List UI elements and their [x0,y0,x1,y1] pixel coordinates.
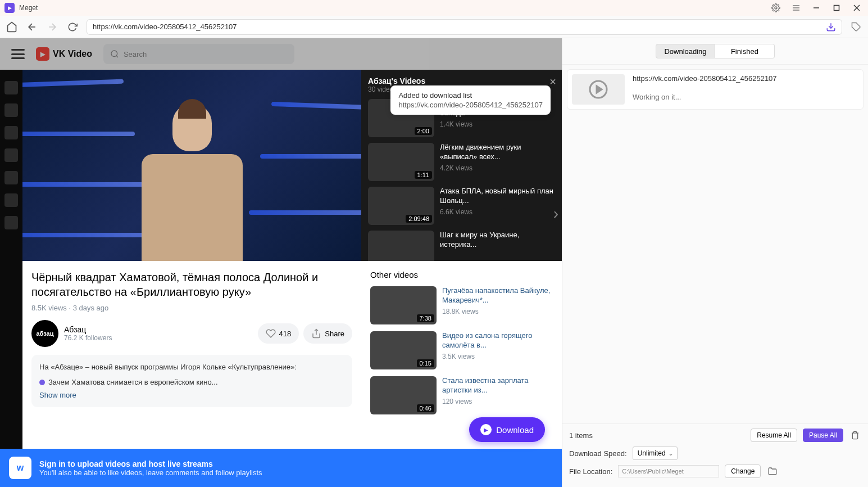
playlist-item-views: 1.4K views [440,120,555,128]
duration-badge: 1:11 [415,171,432,179]
duration-badge: 2:00 [415,127,432,135]
trash-icon[interactable] [849,429,861,441]
change-location-button[interactable]: Change [725,465,761,478]
svg-point-0 [775,7,777,9]
other-video-views: 18.8K views [442,308,553,315]
download-thumbnail [572,74,625,105]
reload-button[interactable] [66,21,79,33]
playlist-item[interactable]: 1:11 Лёгким движением руки «выписал» все… [368,143,555,181]
vk-menu-icon[interactable] [11,49,25,59]
svg-line-12 [116,56,118,57]
rail-icon[interactable] [4,193,18,207]
play-icon [588,79,608,100]
rail-icon[interactable] [4,81,18,94]
home-button[interactable] [6,21,18,33]
other-video-item[interactable]: 7:38 Пугачёва напакостила Вайкуле, Макар… [370,286,553,324]
download-url: https://vk.com/video-205805412_456252107 [633,74,858,83]
speed-select[interactable]: Unlimited [633,447,678,460]
svg-marker-15 [597,86,602,93]
speed-value: Unlimited [638,449,666,457]
tab-finished[interactable]: Finished [715,44,775,58]
duration-badge: 7:38 [417,314,434,322]
channel-followers: 76.2 K followers [64,334,112,342]
toast-title: Added to download list [398,91,543,100]
resume-all-button[interactable]: Resume All [751,429,797,442]
rail-icon[interactable] [4,171,18,184]
heart-icon [266,328,276,339]
duration-badge: 0:46 [417,404,434,412]
playlist-item[interactable]: Шаг к миру на Украине, истерика... [368,231,555,261]
other-video-item[interactable]: 0:15 Видео из салона горящего самолёта в… [370,331,553,369]
hamburger-icon[interactable] [789,2,803,13]
share-icon [311,328,321,339]
download-icon: ▶ [480,424,492,435]
minimize-button[interactable] [810,2,823,13]
chevron-right-icon[interactable]: › [553,205,558,223]
channel-avatar[interactable]: абзац [31,320,58,347]
desc-line: На «Абзаце» – новый выпуск программы Иго… [39,363,344,371]
settings-icon[interactable] [769,2,783,13]
playlist-item[interactable]: 2:09:48 Атака БПЛА, новый мирный план Шо… [368,187,555,225]
download-button[interactable]: ▶ Download [469,417,545,442]
vk-logo[interactable]: ▶ VK Video [36,47,92,61]
toast-url: https://vk.com/video-205805412_456252107 [398,101,543,109]
channel-name[interactable]: Абзац [64,325,112,334]
playlist-thumbnail: 2:09:48 [368,187,434,225]
items-count: 1 items [569,431,593,440]
vk-search-input[interactable]: Search [103,44,294,64]
download-label: Download [496,425,534,435]
vk-badge-icon: w [9,457,31,479]
bullet-icon [39,380,45,385]
download-status: Working on it... [633,93,858,101]
rail-icon[interactable] [4,126,18,139]
rail-icon[interactable] [4,103,18,117]
other-videos-title: Other videos [370,270,553,279]
other-video-title: Видео из салона горящего самолёта в... [442,331,553,350]
location-input[interactable] [618,465,719,477]
rail-icon[interactable] [4,148,18,162]
download-url-icon[interactable] [826,22,836,32]
signin-subtitle: You'll also be able to like videos, leav… [39,468,262,477]
svg-point-11 [111,51,117,57]
close-button[interactable] [850,2,864,13]
svg-rect-5 [834,6,839,11]
duration-badge: 0:15 [417,359,434,367]
pause-all-button[interactable]: Pause All [803,429,843,442]
url-input[interactable]: https://vk.com/video-205805412_456252107 [87,19,842,35]
bookmark-button[interactable] [850,21,862,33]
close-playlist-icon[interactable]: × [549,75,556,88]
playlist-title: Абзац's Videos [368,76,555,85]
desc-line: Зачем Хаматова снимается в европейском к… [48,378,218,386]
playlist-item-views: 4.2K views [440,164,555,172]
share-label: Share [325,330,344,338]
signin-banner: w Sign in to upload videos and host live… [0,449,562,487]
video-description: На «Абзаце» – новый выпуск программы Иго… [31,355,352,407]
playlist-item-title: Атака БПЛА, новый мирный план Шольц... [440,187,555,206]
back-button[interactable] [26,21,38,33]
playlist-item-title: Шаг к миру на Украине, истерика... [440,231,555,250]
url-text: https://vk.com/video-205805412_456252107 [93,22,826,31]
rail-icon[interactable] [4,216,18,229]
folder-icon[interactable] [766,465,779,477]
other-video-item[interactable]: 0:46 Стала известна зарплата артистки из… [370,376,553,414]
search-icon [110,49,119,58]
other-video-title: Пугачёва напакостила Вайкуле, Макаревич*… [442,286,553,305]
share-button[interactable]: Share [303,323,352,344]
like-count: 418 [279,330,292,338]
download-item[interactable]: https://vk.com/video-205805412_456252107… [567,69,864,110]
forward-button[interactable] [46,21,58,33]
other-video-thumbnail: 7:38 [370,286,437,324]
duration-badge: 2:09:48 [406,215,432,223]
other-video-views: 120 views [442,398,553,405]
playlist-thumbnail [368,231,434,261]
playlist-item-title: Лёгким движением руки «выписал» всех... [440,143,555,162]
tab-downloading[interactable]: Downloading [656,44,715,58]
video-stats: 8.5K views · 3 days ago [31,304,352,312]
video-player[interactable] [22,70,361,261]
maximize-button[interactable] [830,2,843,13]
location-label: File Location: [569,467,612,476]
search-placeholder: Search [124,50,147,58]
like-button[interactable]: 418 [258,323,299,344]
show-more-link[interactable]: Show more [39,391,344,399]
other-video-title: Стала известна зарплата артистки из... [442,376,553,395]
